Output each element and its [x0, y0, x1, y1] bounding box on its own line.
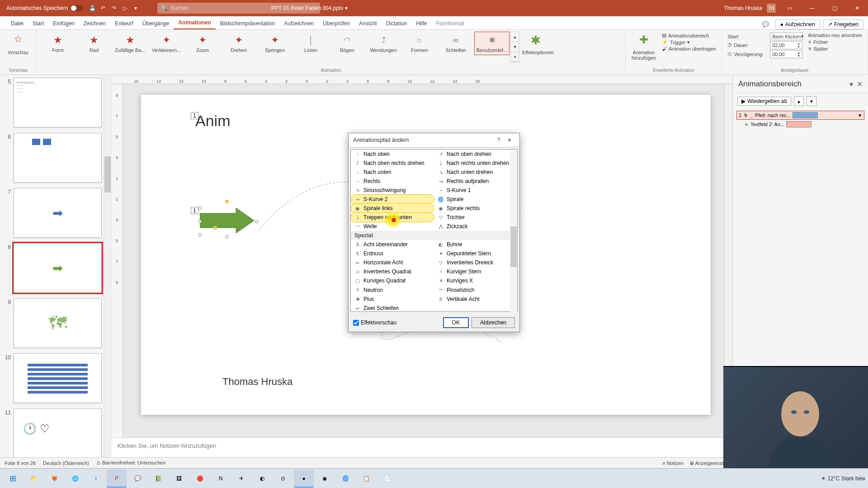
gallery-up-icon[interactable]: ▲	[511, 32, 519, 42]
system-tray[interactable]: ☀ 12°C Stark bew	[821, 475, 865, 482]
chrome-icon[interactable]: 🌐	[65, 469, 85, 488]
start-button[interactable]: ⊞	[3, 469, 23, 488]
rotation-handle[interactable]	[225, 200, 229, 203]
tab-zeichnen[interactable]: Zeichnen	[79, 18, 110, 29]
path-welle[interactable]: 〰Welle	[351, 222, 434, 231]
thumbnail-5[interactable]: Animationen─────────	[14, 78, 102, 127]
selection-handle[interactable]	[198, 220, 202, 223]
path-bohne[interactable]: ◐Bohne	[434, 240, 517, 249]
selection-handle[interactable]	[255, 220, 259, 223]
tab-ansicht[interactable]: Ansicht	[354, 18, 381, 29]
delay-field[interactable]: 00,00▲▼	[770, 50, 802, 58]
path-acht-uebereinander[interactable]: 8Acht übereinander	[351, 240, 434, 249]
tab-datei[interactable]: Datei	[6, 18, 28, 29]
tab-dictation[interactable]: Dictation	[382, 18, 412, 29]
powerpoint-icon[interactable]: P	[107, 469, 127, 488]
help-icon[interactable]: ?	[493, 137, 504, 143]
path-trichter[interactable]: ▽Trichter	[434, 213, 517, 222]
path-spirale-rechts[interactable]: ◉Spirale rechts	[434, 204, 517, 213]
ok-button[interactable]: OK	[443, 317, 469, 328]
slide-thumbnails[interactable]: 5Animationen───────── 6 7➡ 8➡ 9🗺 10 11🕐 …	[0, 75, 104, 457]
thumbnail-8[interactable]: ➡	[14, 243, 102, 293]
tab-einfuegen[interactable]: Einfügen	[48, 18, 79, 29]
move-earlier-button[interactable]: ∧ Früher	[808, 39, 862, 45]
gallery-wendungen[interactable]: ⤴Wendungen	[366, 32, 401, 55]
path-invertiertes-quadrat[interactable]: ◇Invertiertes Quadrat	[351, 267, 434, 276]
save-icon[interactable]: 💾	[89, 5, 96, 12]
app-icon[interactable]: 📋	[356, 469, 376, 488]
path-rechts-aufprallen[interactable]: ↝Rechts aufprallen	[434, 177, 517, 186]
app-icon[interactable]: 🔴	[190, 469, 210, 488]
app-icon[interactable]: 📗	[148, 469, 168, 488]
effect-options-button[interactable]: ✱ Effektoptionen	[521, 32, 550, 57]
undo-icon[interactable]: ↶	[99, 5, 107, 12]
animation-painter-button[interactable]: 🖌 Animation übertragen	[662, 46, 716, 52]
gallery-drehen[interactable]: ✦Drehen	[221, 32, 256, 55]
author-text[interactable]: Thomas Hruska	[222, 376, 292, 388]
file-explorer-icon[interactable]: 📁	[24, 469, 43, 488]
path-s-kurve-2[interactable]: ∾S-Kurve 2	[351, 195, 434, 204]
timing-bar[interactable]	[786, 121, 811, 127]
start-slideshow-icon[interactable]: ▷	[121, 5, 128, 12]
slide-title[interactable]: Anim	[195, 112, 230, 130]
app-icon[interactable]: ●	[294, 469, 314, 488]
tab-ueberpruefen[interactable]: Überprüfen	[318, 18, 354, 29]
gallery-zufaellige[interactable]: ★Zufällige Ba...	[113, 32, 148, 55]
animation-pane-button[interactable]: ▤ Animationsbereich	[662, 33, 716, 38]
path-rechts[interactable]: →Rechts	[351, 177, 434, 186]
document-title[interactable]: PPT 01 Roter Faden 004.pptx ▾	[271, 5, 348, 11]
path-vertikale-acht[interactable]: 8Vertikale Acht	[434, 295, 517, 304]
path-spirale[interactable]: 🌀Spirale	[434, 195, 517, 204]
path-invertiertes-dreieck[interactable]: ▽Invertiertes Dreieck	[434, 258, 517, 267]
tab-entwurf[interactable]: Entwurf	[110, 18, 138, 29]
path-kurviges-x[interactable]: ✕Kurviges X	[434, 276, 517, 285]
move-up-button[interactable]: ▲	[794, 96, 804, 106]
maximize-icon[interactable]: ▢	[826, 0, 844, 16]
green-arrow-shape[interactable]	[200, 208, 254, 233]
autosave-toggle[interactable]: Automatisches Speichern	[6, 5, 83, 11]
path-kurviger-stern[interactable]: ✧Kurviger Stern	[434, 267, 517, 276]
telegram-icon[interactable]: ✈	[231, 469, 251, 488]
trigger-button[interactable]: ⚡ Trigger ▾	[662, 39, 716, 45]
gallery-boegen[interactable]: ◠Bögen	[330, 32, 365, 55]
path-gepunkteter-stern[interactable]: ✦Gepunkteter Stern	[434, 249, 517, 258]
adjust-handle[interactable]	[213, 226, 217, 230]
timing-bar[interactable]	[793, 112, 818, 118]
dialog-scrollbar[interactable]	[510, 150, 517, 314]
minimize-icon[interactable]: —	[803, 0, 821, 16]
user-name[interactable]: Thomas Hruska	[724, 5, 762, 11]
dialog-close-icon[interactable]: ✕	[504, 137, 515, 143]
weather-widget[interactable]: ☀ 12°C Stark bew	[821, 475, 865, 482]
path-pinselstrich[interactable]: 〜Pinselstrich	[434, 285, 517, 295]
gallery-benutzerdefiniert[interactable]: ✱Benutzerdef...	[474, 32, 509, 55]
edge-icon[interactable]: 🌀	[335, 469, 355, 488]
ribbon-display-icon[interactable]: ▭	[780, 0, 798, 16]
gallery-formen[interactable]: ○Formen	[402, 32, 437, 55]
path-nach-oben-drehen[interactable]: ↗Nach oben drehen	[434, 150, 517, 159]
animation-seq-tag[interactable]: 1	[191, 207, 198, 214]
selection-handle[interactable]	[225, 235, 229, 239]
app-icon[interactable]: 🖼	[169, 469, 189, 488]
path-sinusschwingung[interactable]: ∿Sinusschwingung	[351, 186, 434, 195]
tab-uebergaenge[interactable]: Übergänge	[138, 18, 174, 29]
tab-start[interactable]: Start	[28, 18, 48, 29]
move-later-button[interactable]: ∨ Später	[808, 46, 862, 52]
path-nach-unten-drehen[interactable]: ↘Nach unten drehen	[434, 168, 517, 177]
gallery-more-icon[interactable]: ▾	[511, 52, 519, 62]
path-zickzack[interactable]: ⋀Zickzack	[434, 222, 517, 231]
move-down-button[interactable]: ▼	[807, 96, 816, 106]
duration-field[interactable]: 02,00▲▼	[770, 41, 802, 49]
gallery-verkleinern[interactable]: ✦Verkleinern...	[149, 32, 184, 55]
path-plus[interactable]: ✚Plus	[351, 295, 434, 304]
path-kurviges-quadrat[interactable]: ▢Kurviges Quadrat	[351, 276, 434, 285]
path-nach-unten[interactable]: ↓Nach unten	[351, 168, 434, 177]
add-animation-button[interactable]: ✚ Animation hinzufügen	[629, 32, 658, 62]
path-nach-oben-rechts-drehen[interactable]: ⤴Nach oben rechts drehen	[351, 159, 434, 168]
thumbnail-7[interactable]: ➡	[14, 188, 102, 238]
tab-aufzeichnen[interactable]: Aufzeichnen	[279, 18, 318, 29]
gallery-linien[interactable]: │Linien	[293, 32, 329, 55]
language-indicator[interactable]: Deutsch (Österreich)	[43, 460, 89, 466]
start-dropdown[interactable]: Beim Klicken▾	[770, 33, 802, 40]
accessibility-checker[interactable]: ⚠ Barrierefreiheit: Untersuchen	[96, 460, 166, 466]
qat-more-icon[interactable]: ▾	[132, 5, 139, 12]
